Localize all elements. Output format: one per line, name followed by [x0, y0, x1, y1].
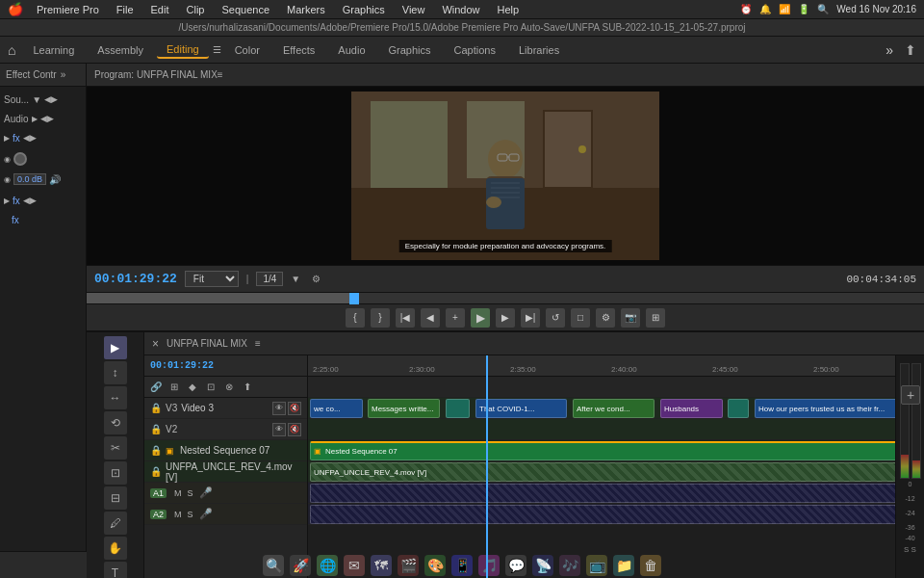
- ripple-delete-icon[interactable]: ⊡: [203, 380, 218, 395]
- rate-stretch-tool[interactable]: ⟲: [104, 411, 127, 434]
- loop-button[interactable]: ↺: [546, 308, 565, 328]
- clip-teal-1[interactable]: [446, 399, 470, 418]
- extract-icon[interactable]: ⬆: [240, 380, 255, 395]
- audio-knob[interactable]: [13, 152, 27, 166]
- multi-camera-button[interactable]: ⊞: [646, 308, 665, 328]
- output-settings-button[interactable]: ⚙: [596, 308, 615, 328]
- v2-clips-row[interactable]: [308, 419, 895, 440]
- workspace-more-icon[interactable]: »: [886, 42, 893, 58]
- ripple-tool[interactable]: ↕: [104, 361, 127, 384]
- v2-audio-icon[interactable]: 🔇: [288, 423, 301, 436]
- rolling-tool[interactable]: ↔: [104, 386, 127, 409]
- clip-husbands[interactable]: Husbands: [660, 399, 723, 418]
- a2-clips-row[interactable]: [308, 504, 895, 525]
- clip-teal-2[interactable]: [728, 399, 749, 418]
- menu-clip[interactable]: Clip: [183, 4, 209, 15]
- search-icon[interactable]: 🔍: [817, 4, 829, 14]
- v3-eye-icon[interactable]: 👁: [272, 402, 286, 415]
- fit-dropdown[interactable]: Fit 25% 50% 100%: [185, 271, 239, 287]
- clip-peers[interactable]: How our peers trusted us as their fr...: [755, 399, 895, 418]
- v3-clips-row[interactable]: we co... Messages writte... That COVID-1…: [308, 398, 895, 419]
- dock-finder[interactable]: 🔍: [263, 555, 284, 576]
- monitor-scrubber[interactable]: [87, 292, 924, 303]
- step-back-button[interactable]: ◀: [421, 308, 440, 328]
- tab-assembly[interactable]: Assembly: [88, 42, 153, 58]
- source-arrows[interactable]: ◀▶: [44, 94, 58, 104]
- menu-premiere-pro[interactable]: Premiere Pro: [33, 4, 103, 15]
- clip-we-co[interactable]: we co...: [310, 399, 363, 418]
- slide-tool[interactable]: ⊟: [104, 486, 127, 510]
- a2-mic-icon[interactable]: 🎤: [199, 508, 213, 520]
- volume-expand[interactable]: ◉: [4, 175, 11, 184]
- fx2-arrows[interactable]: ◀▶: [23, 196, 37, 205]
- sequence-menu-icon[interactable]: ≡: [255, 338, 261, 349]
- pen-tool[interactable]: 🖊: [104, 512, 127, 535]
- play-button[interactable]: ▶: [471, 308, 490, 328]
- apple-logo-icon[interactable]: 🍎: [8, 2, 23, 16]
- effects-more-icon[interactable]: »: [61, 69, 66, 80]
- a1-target-btn[interactable]: A1: [150, 488, 167, 498]
- monitor-menu-icon[interactable]: ≡: [218, 69, 223, 80]
- a2-mute-btn[interactable]: M: [174, 510, 182, 519]
- v2-eye-icon[interactable]: 👁: [272, 423, 286, 436]
- hand-tool[interactable]: ✋: [104, 537, 127, 560]
- nested-lock-icon[interactable]: 🔒: [150, 445, 162, 456]
- editing-options-icon[interactable]: ☰: [213, 44, 221, 55]
- go-to-in-button[interactable]: |◀: [396, 308, 415, 328]
- clip-a1-audio[interactable]: [310, 484, 895, 503]
- menu-edit[interactable]: Edit: [147, 4, 173, 15]
- a1-mic-icon[interactable]: 🎤: [199, 486, 213, 499]
- step-forward-button[interactable]: ▶: [496, 308, 515, 328]
- menu-sequence[interactable]: Sequence: [218, 4, 273, 15]
- v3-audio-icon[interactable]: 🔇: [288, 402, 301, 415]
- track-clips-area[interactable]: 2:25:00 2:30:00 2:35:00 2:40:00 2:45:00 …: [308, 355, 895, 578]
- share-icon[interactable]: ⬆: [905, 42, 916, 58]
- tab-audio[interactable]: Audio: [328, 42, 374, 58]
- menu-graphics[interactable]: Graphics: [339, 4, 389, 15]
- slip-tool[interactable]: ⊡: [104, 461, 127, 485]
- tab-graphics[interactable]: Graphics: [379, 42, 441, 58]
- menu-file[interactable]: File: [113, 4, 138, 15]
- source-dropdown-icon[interactable]: ▼: [32, 94, 41, 105]
- audio-arrows[interactable]: ◀▶: [40, 114, 54, 123]
- a2-target-btn[interactable]: A2: [150, 510, 167, 519]
- link-icon[interactable]: ⊞: [167, 380, 182, 395]
- clip-v1-main[interactable]: UNFPA_UNCLE_REV_4.mov [V]: [310, 462, 895, 482]
- a2-solo-btn[interactable]: S: [188, 510, 193, 519]
- lift-icon[interactable]: ⊗: [221, 380, 237, 395]
- v1-lock-icon[interactable]: 🔒: [150, 466, 162, 477]
- snap-icon[interactable]: 🔗: [148, 380, 164, 395]
- fx2-expand-icon[interactable]: ▶: [4, 197, 10, 205]
- clip-after[interactable]: After we cond...: [573, 399, 654, 418]
- add-track-button[interactable]: +: [901, 385, 920, 405]
- v3-lock-icon[interactable]: 🔒: [150, 403, 162, 413]
- sequence-close-button[interactable]: ×: [152, 337, 159, 351]
- tab-editing[interactable]: Editing: [157, 41, 209, 59]
- tab-color[interactable]: Color: [225, 42, 270, 58]
- tab-captions[interactable]: Captions: [445, 42, 505, 58]
- v1-clips-row[interactable]: UNFPA_UNCLE_REV_4.mov [V]: [308, 461, 895, 483]
- safe-margins-button[interactable]: □: [571, 308, 590, 328]
- clip-nested-seq[interactable]: ▣ Nested Sequence 07: [310, 441, 895, 460]
- a1-mute-btn[interactable]: M: [174, 488, 182, 498]
- nested-clips-row[interactable]: ▣ Nested Sequence 07: [308, 440, 895, 461]
- v2-lock-icon[interactable]: 🔒: [150, 424, 162, 434]
- menu-help[interactable]: Help: [494, 4, 524, 15]
- mark-in-button[interactable]: {: [346, 308, 365, 328]
- fx-arrows[interactable]: ◀▶: [23, 133, 37, 143]
- clip-covid[interactable]: That COVID-1...: [475, 399, 567, 418]
- mark-out-button[interactable]: }: [371, 308, 390, 328]
- go-to-out-button[interactable]: ▶|: [521, 308, 540, 328]
- selection-tool[interactable]: ▶: [104, 336, 127, 359]
- knob-expand[interactable]: ◉: [4, 155, 11, 164]
- audio-expand-icon[interactable]: ▶: [32, 115, 38, 123]
- zoom-dropdown-icon[interactable]: ▼: [291, 274, 300, 284]
- add-edit-button[interactable]: +: [446, 308, 465, 328]
- add-marker-icon[interactable]: ◆: [185, 380, 200, 395]
- clip-messages[interactable]: Messages writte...: [368, 399, 440, 418]
- scrubber-handle[interactable]: [349, 293, 359, 304]
- monitor-settings-icon[interactable]: ⚙: [312, 274, 321, 284]
- home-icon[interactable]: ⌂: [8, 42, 15, 58]
- tab-effects[interactable]: Effects: [273, 42, 324, 58]
- tab-libraries[interactable]: Libraries: [509, 42, 569, 58]
